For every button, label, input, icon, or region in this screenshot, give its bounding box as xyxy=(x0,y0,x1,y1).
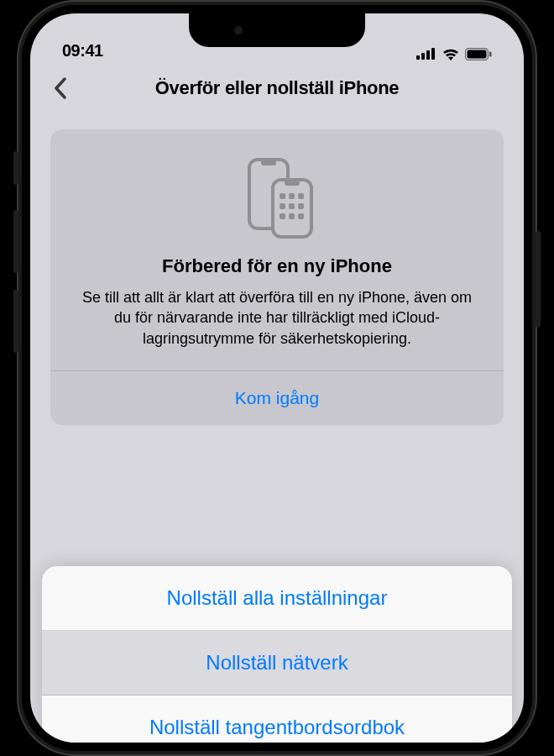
reset-network-button[interactable]: Nollställ nätverk xyxy=(42,631,512,696)
silent-switch xyxy=(13,151,18,185)
svg-rect-13 xyxy=(298,193,304,199)
svg-rect-10 xyxy=(285,180,300,186)
power-button xyxy=(536,231,541,328)
svg-rect-19 xyxy=(298,213,304,219)
svg-rect-6 xyxy=(489,51,492,56)
nav-header: Överför eller nollställ iPhone xyxy=(30,64,524,113)
notch xyxy=(189,13,365,47)
svg-rect-16 xyxy=(298,203,304,209)
card-title: Förbered för en ny iPhone xyxy=(72,255,482,277)
svg-rect-3 xyxy=(431,48,435,60)
svg-rect-2 xyxy=(426,50,430,60)
reset-all-settings-button[interactable]: Nollställ alla inställningar xyxy=(42,566,512,631)
camera-dot xyxy=(234,26,243,34)
card-body: Förbered för en ny iPhone Se till att al… xyxy=(50,129,504,370)
wifi-icon xyxy=(442,47,460,60)
page-title: Överför eller nollställ iPhone xyxy=(45,77,509,99)
content-area: Förbered för en ny iPhone Se till att al… xyxy=(30,113,524,442)
volume-down-button xyxy=(13,290,18,353)
svg-rect-18 xyxy=(289,213,295,219)
svg-rect-12 xyxy=(289,193,295,199)
chevron-left-icon xyxy=(54,77,67,99)
svg-rect-0 xyxy=(416,55,420,60)
svg-rect-11 xyxy=(280,193,285,199)
screen: 09:41 xyxy=(30,13,524,743)
card-description: Se till att allt är klart att överföra t… xyxy=(72,287,482,349)
phone-frame: 09:41 xyxy=(17,0,537,756)
status-indicators xyxy=(416,47,492,60)
volume-up-button xyxy=(13,210,18,273)
back-button[interactable] xyxy=(45,73,76,103)
status-time: 09:41 xyxy=(62,41,103,60)
svg-rect-8 xyxy=(261,160,276,165)
get-started-button[interactable]: Kom igång xyxy=(50,371,504,425)
devices-icon xyxy=(72,155,482,239)
prepare-card: Förbered för en ny iPhone Se till att al… xyxy=(50,129,504,425)
svg-rect-5 xyxy=(468,50,487,58)
svg-rect-1 xyxy=(421,53,425,60)
svg-rect-14 xyxy=(280,203,285,209)
svg-rect-17 xyxy=(280,213,285,219)
cellular-icon xyxy=(416,48,436,60)
reset-keyboard-dictionary-button[interactable]: Nollställ tangentbordsordbok xyxy=(42,696,512,743)
reset-action-sheet: Nollställ alla inställningar Nollställ n… xyxy=(42,566,512,743)
battery-icon xyxy=(465,48,492,60)
svg-rect-15 xyxy=(289,203,295,209)
